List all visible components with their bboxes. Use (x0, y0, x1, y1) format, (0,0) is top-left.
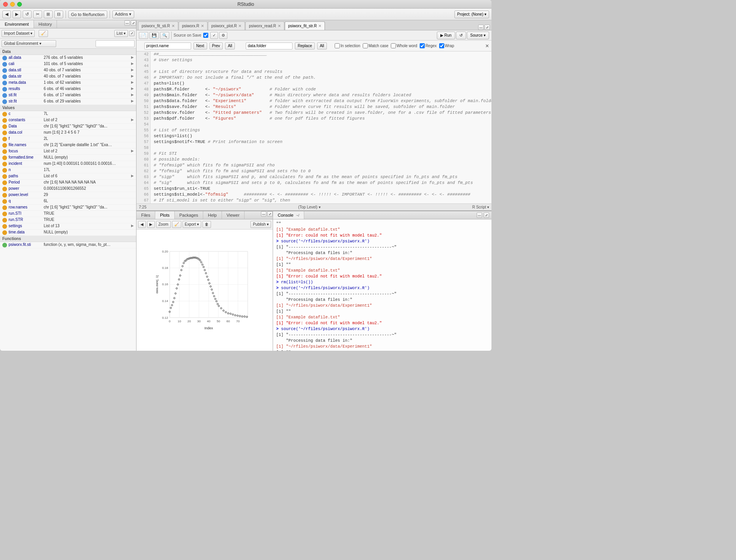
in-selection-option[interactable]: In selection (335, 43, 360, 48)
console-minimize-btn[interactable]: — (477, 212, 482, 218)
tab-help[interactable]: Help (203, 211, 222, 219)
spell-check-btn[interactable]: ✓ (210, 32, 218, 39)
export-btn[interactable]: Export ▾ (183, 221, 202, 228)
match-case-check[interactable] (363, 43, 368, 48)
source-on-save-checkbox[interactable] (203, 33, 208, 38)
env-item-focus[interactable]: focus List of 2 ▶ (0, 148, 136, 155)
env-item-metadata[interactable]: meta.data 1 obs. of 62 variables ▶ (0, 80, 136, 86)
find-all-btn[interactable]: All (225, 42, 235, 49)
env-item-runstr[interactable]: run.STR TRUE (0, 217, 136, 223)
env-item-constants[interactable]: constants List of 2 ▶ (0, 117, 136, 124)
tab-file-2[interactable]: psiworx.R ✕ (179, 21, 207, 30)
tab-files[interactable]: Files (137, 211, 155, 219)
delete-btn[interactable]: 🗑 (202, 221, 211, 228)
wrap-check[interactable] (439, 43, 444, 48)
toolbar-btn-3[interactable]: ↺ (23, 11, 32, 18)
env-item-stlfit[interactable]: stl.fit 6 obs. of 17 variables ▶ (0, 92, 136, 99)
maximize-btn[interactable] (17, 2, 22, 7)
whole-word-check[interactable] (391, 43, 396, 48)
toolbar-btn-5[interactable]: ⊞ (44, 11, 53, 18)
new-file-btn[interactable]: 📄 (139, 32, 148, 39)
rerun-btn[interactable]: ↺ (456, 32, 466, 39)
nav-back-btn[interactable]: ◀ (2, 11, 11, 18)
tab-plots[interactable]: Plots (155, 211, 174, 219)
minimize-panel-btn[interactable]: — (124, 20, 130, 26)
close-btn[interactable] (3, 2, 8, 7)
env-item-psiworxfitsti[interactable]: psiworx.fit.sti function (x, y, wm, sigm… (0, 242, 136, 248)
env-item-timedata[interactable]: time.data NULL (empty) (0, 230, 136, 236)
save-btn[interactable]: 💾 (149, 32, 159, 39)
find-btn-editor[interactable]: 🔍 (160, 32, 169, 39)
whole-word-option[interactable]: Whole word (391, 43, 417, 48)
env-item-q[interactable]: q 6L (0, 198, 136, 205)
tab-packages[interactable]: Packages (175, 211, 203, 219)
plots-expand-btn[interactable]: ⤢ (267, 211, 273, 217)
tab-close-5[interactable]: ✕ (318, 24, 321, 28)
env-item-alldata[interactable]: all.data 276 obs. of 5 variables ▶ (0, 55, 136, 61)
next-plot-btn[interactable]: ▶ (147, 221, 155, 228)
top-level[interactable]: (Top Level) ▾ (298, 205, 320, 209)
env-item-power[interactable]: power 0.000161106901266552 (0, 186, 136, 192)
env-item-runsti[interactable]: run.STI TRUE (0, 211, 136, 217)
env-item-datastl[interactable]: data.stl 40 obs. of 7 variables ▶ (0, 67, 136, 74)
replace-btn[interactable]: Replace (295, 42, 315, 49)
wrap-option[interactable]: Wrap (439, 43, 454, 48)
find-next-btn[interactable]: Next (193, 42, 207, 49)
addins-btn[interactable]: Addins ▾ (112, 11, 135, 18)
env-item-settings[interactable]: settings List of 13 ▶ (0, 223, 136, 230)
env-item-formatted-time[interactable]: formatted.time NULL (empty) (0, 155, 136, 161)
go-to-file-btn[interactable]: Go to file/function (68, 11, 107, 18)
toolbar-btn-6[interactable]: ⊟ (54, 11, 63, 18)
env-item-results[interactable]: results 6 obs. of 46 variables ▶ (0, 86, 136, 92)
in-selection-check[interactable] (335, 43, 340, 48)
tab-close-2[interactable]: ✕ (201, 24, 204, 28)
code-content[interactable]: ##______________________________________… (151, 51, 491, 203)
toolbar-btn-4[interactable]: ✂ (33, 11, 42, 18)
env-item-datacol2[interactable]: data.col num [1:6] 2 3 4 5 6 7 (0, 130, 136, 136)
regex-check[interactable] (420, 43, 425, 48)
replace-all-btn[interactable]: All (317, 42, 327, 49)
import-dataset-btn[interactable]: Import Dataset ▾ (2, 30, 35, 37)
env-item-n[interactable]: n 17L (0, 167, 136, 173)
expand-panel-btn[interactable]: ⤢ (131, 20, 136, 26)
tab-file-4[interactable]: psiworx_read.R ✕ (245, 21, 284, 30)
r-script-type[interactable]: R Script ▾ (472, 205, 489, 209)
tab-environment[interactable]: Environment (0, 20, 34, 28)
env-item-paths[interactable]: paths List of 6 ▶ (0, 173, 136, 180)
match-case-option[interactable]: Match case (363, 43, 388, 48)
prev-plot-btn[interactable]: ◀ (138, 221, 146, 228)
env-item-strfit[interactable]: str.fit 6 obs. of 29 variables ▶ (0, 99, 136, 105)
tab-history[interactable]: History (34, 20, 57, 28)
regex-option[interactable]: Regex (420, 43, 437, 48)
find-prev-btn[interactable]: Prev (209, 42, 223, 49)
env-item-c[interactable]: c 7L (0, 111, 136, 117)
nav-fwd-btn[interactable]: ▶ (12, 11, 21, 18)
project-btn[interactable]: Project: (None) ▾ (454, 11, 489, 18)
find-input[interactable] (144, 42, 191, 49)
tab-file-1[interactable]: psiworx_fit_sti.R ✕ (138, 21, 178, 30)
env-item-powerlevel[interactable]: power.level 29 (0, 192, 136, 198)
env-item-filenames[interactable]: file.names chr [1:2] "Example datafile 1… (0, 142, 136, 148)
broom-plot-btn[interactable]: 🧹 (172, 221, 181, 228)
editor-expand-btn[interactable]: ⤢ (484, 25, 490, 30)
broom-icon-btn[interactable]: 🧹 (39, 30, 48, 37)
env-item-cali[interactable]: cali 101 obs. of 5 variables ▶ (0, 61, 136, 67)
tab-close-4[interactable]: ✕ (278, 24, 281, 28)
env-expand-btn[interactable]: ⤢ (129, 31, 135, 36)
console-content[interactable]: "" [1] "Example datafile.txt" [1] "Error… (273, 219, 491, 351)
editor-minimize-btn[interactable]: — (478, 25, 484, 30)
tab-file-3[interactable]: psiworx_plot.R ✕ (208, 21, 245, 30)
tab-close-1[interactable]: ✕ (172, 24, 175, 28)
env-item-datastr[interactable]: data.str 40 obs. of 7 variables ▶ (0, 74, 136, 80)
tab-console[interactable]: Console ~/ (273, 211, 304, 219)
tab-file-5[interactable]: psiworx_fit_str.R ✕ (285, 21, 325, 30)
plots-minimize-btn[interactable]: — (261, 211, 266, 217)
run-btn[interactable]: ▶ Run (437, 32, 455, 39)
console-expand-btn[interactable]: ⤢ (484, 212, 489, 218)
list-btn[interactable]: List ▾ (114, 30, 128, 37)
global-env-btn[interactable]: Global Environment ▾ (2, 40, 56, 47)
close-find-btn[interactable]: ✕ (485, 43, 489, 49)
compile-btn[interactable]: ⚙ (219, 32, 227, 39)
zoom-btn[interactable]: Zoom (156, 221, 171, 228)
env-search-input[interactable] (96, 40, 135, 47)
